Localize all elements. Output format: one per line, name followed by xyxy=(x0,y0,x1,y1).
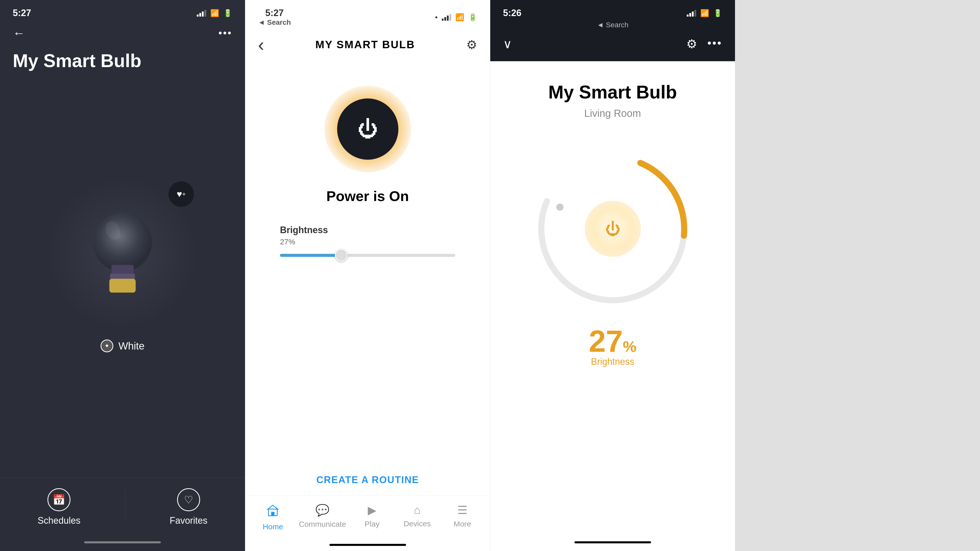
communicate-tab[interactable]: 💬 Communicate xyxy=(299,503,346,531)
play-tab-label: Play xyxy=(365,519,380,528)
devices-tab[interactable]: ⌂ Devices xyxy=(398,503,436,531)
nav-bar-p3: ∨ ⚙ ••• xyxy=(490,32,735,56)
home-indicator-p3 xyxy=(574,541,651,543)
status-icons-light: ● 📶 🔋 xyxy=(435,13,477,21)
page-title-light: MY SMART BULB xyxy=(315,38,415,51)
chevron-down-icon[interactable]: ∨ xyxy=(503,37,512,51)
communicate-icon: 💬 xyxy=(315,503,329,517)
home-indicator-dark xyxy=(84,541,161,543)
p3-content: My Smart Bulb Living Room ⏻ 27% Brightne… xyxy=(490,61,735,551)
create-routine-button[interactable]: CREATE A ROUTINE xyxy=(306,464,429,495)
more-button-dark[interactable]: ••• xyxy=(218,27,232,39)
time-light: 5:27 xyxy=(265,8,283,18)
home-indicator-light xyxy=(329,544,406,546)
status-bar-light: 5:27 ◄ Search ● 📶 🔋 xyxy=(245,0,490,29)
brightness-label: Brightness xyxy=(280,225,455,235)
page-title-dark: My Smart Bulb xyxy=(0,45,245,76)
brightness-slider[interactable] xyxy=(280,254,455,257)
power-status-text: Power is On xyxy=(326,188,409,204)
wifi-icon-light: 📶 xyxy=(455,13,464,21)
panel-light-power: 5:27 ◄ Search ● 📶 🔋 ‹ MY SMART BULB ⚙ ⏻ xyxy=(245,0,490,551)
arc-power-icon: ⏻ xyxy=(605,220,620,238)
p3-title: My Smart Bulb xyxy=(548,82,677,103)
empty-area xyxy=(735,0,980,551)
play-tab[interactable]: ▶ Play xyxy=(353,503,391,531)
panel3-header: 5:26 📶 🔋 ◄ Search ∨ ⚙ ••• xyxy=(490,0,735,61)
power-button-glow[interactable]: ⏻ xyxy=(325,86,411,172)
status-icons-dark: 📶 🔋 xyxy=(197,9,232,17)
devices-tab-label: Devices xyxy=(404,519,431,528)
nav-bar-dark: ← ••• xyxy=(0,21,245,45)
power-icon: ⏻ xyxy=(358,118,378,141)
signal-bars-p3 xyxy=(687,10,696,17)
home-icon xyxy=(266,503,280,519)
battery-icon-p3: 🔋 xyxy=(713,9,722,17)
home-tab-label: Home xyxy=(262,522,283,531)
svg-rect-3 xyxy=(109,279,135,292)
nav-actions-p3: ⚙ ••• xyxy=(686,37,722,51)
more-tab-label: More xyxy=(453,519,471,528)
panel-dark: 5:27 📶 🔋 ← ••• My Smart Bulb ♥+ xyxy=(0,0,245,551)
bulb-image xyxy=(87,204,158,301)
back-button-dark[interactable]: ← xyxy=(13,26,25,40)
signal-bars-light xyxy=(442,14,451,21)
favorites-icon: ♡ xyxy=(177,488,200,511)
power-area: ⏻ Power is On Brightness 27% CREATE A RO… xyxy=(245,60,490,495)
svg-point-0 xyxy=(93,213,152,272)
more-icon: ☰ xyxy=(457,503,467,516)
settings-icon-p3[interactable]: ⚙ xyxy=(686,37,697,51)
svg-rect-6 xyxy=(271,512,275,516)
arc-container[interactable]: ⏻ xyxy=(523,140,702,318)
search-p3[interactable]: ◄ Search xyxy=(490,21,735,32)
arc-center[interactable]: ⏻ xyxy=(585,201,641,257)
bottom-nav-light: Home 💬 Communicate ▶ Play ⌂ Devices ☰ Mo… xyxy=(245,495,490,541)
bottom-area-p3 xyxy=(574,536,651,551)
favorites-nav-item[interactable]: ♡ Favorites xyxy=(170,488,207,526)
time-p3: 5:26 xyxy=(503,8,522,18)
schedules-icon: 📅 xyxy=(48,488,70,511)
wifi-icon: 📶 xyxy=(210,9,219,17)
brightness-display: 27% Brightness xyxy=(589,326,636,367)
status-icons-p3: 📶 🔋 xyxy=(687,9,722,17)
search-link[interactable]: ◄ Search xyxy=(258,18,291,27)
slider-thumb[interactable] xyxy=(335,249,348,262)
status-bar-dark: 5:27 📶 🔋 xyxy=(0,0,245,21)
signal-icon xyxy=(197,10,206,17)
settings-icon-light[interactable]: ⚙ xyxy=(466,38,477,52)
schedules-nav-item[interactable]: 📅 Schedules xyxy=(38,488,80,526)
brightness-percent: 27% xyxy=(280,238,455,246)
devices-icon: ⌂ xyxy=(414,503,421,516)
battery-icon-light: 🔋 xyxy=(468,13,477,21)
color-dot: ✦ xyxy=(100,340,113,352)
nav-bar-light: ‹ MY SMART BULB ⚙ xyxy=(245,29,490,60)
brightness-section: Brightness 27% xyxy=(270,225,466,257)
color-label: ✦ White xyxy=(100,340,145,352)
brightness-value: 27% xyxy=(589,326,636,356)
back-button-light[interactable]: ‹ xyxy=(258,34,264,55)
communicate-tab-label: Communicate xyxy=(299,520,346,529)
wifi-icon-p3: 📶 xyxy=(700,9,709,17)
time-dark: 5:27 xyxy=(13,8,31,18)
heart-badge[interactable]: ♥+ xyxy=(169,181,194,207)
more-icon-p3[interactable]: ••• xyxy=(708,37,722,51)
power-button[interactable]: ⏻ xyxy=(337,98,398,160)
svg-point-9 xyxy=(556,203,563,211)
bottom-nav-dark: 📅 Schedules ♡ Favorites xyxy=(0,478,245,541)
signal-dot-light: ● xyxy=(435,14,438,20)
play-icon: ▶ xyxy=(368,503,376,516)
panel-arc: 5:26 📶 🔋 ◄ Search ∨ ⚙ ••• My Smart Bu xyxy=(490,0,735,551)
more-tab[interactable]: ☰ More xyxy=(443,503,482,531)
status-bar-p3: 5:26 📶 🔋 xyxy=(490,0,735,21)
home-tab[interactable]: Home xyxy=(254,503,292,531)
battery-icon-dark: 🔋 xyxy=(223,9,232,17)
slider-fill xyxy=(280,254,342,257)
bulb-area: ♥+ xyxy=(0,76,245,478)
p3-subtitle: Living Room xyxy=(584,108,641,119)
brightness-label-p3: Brightness xyxy=(589,356,636,367)
